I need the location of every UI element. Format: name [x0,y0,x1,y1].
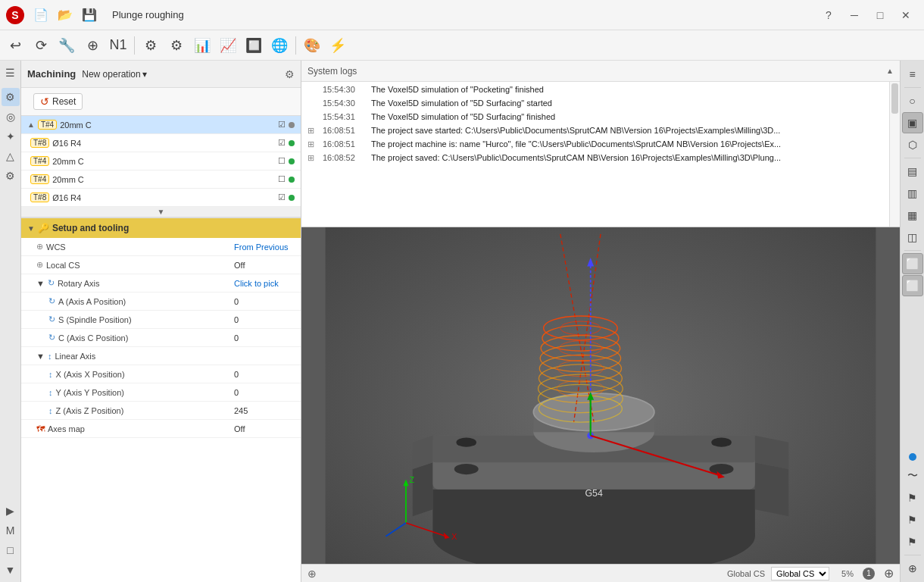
sidebar-bottom-1[interactable]: ▶ [2,502,20,520]
table-row[interactable]: T#4 20mm C ☐ [21,171,301,189]
sidebar-item-3[interactable]: ✦ [2,127,20,146]
right-icon-flag1[interactable]: ⚑ [902,487,923,508]
axes-map-value[interactable]: Off [234,424,295,433]
toolbar-tool5[interactable]: N1 [106,33,130,58]
nav-icon[interactable]: ⊕ [884,566,894,580]
right-icon-wireframe[interactable]: ⬡ [902,134,923,155]
axis-z-icon: ↕ [48,406,53,415]
log-text: The Voxel5D simulation of "Pocketing" fi… [371,85,883,94]
log-timestamp: 15:54:31 [323,112,365,121]
right-icon-flag3[interactable]: ⚑ [902,531,923,552]
toolbar-tool13[interactable]: ⚡ [326,33,350,58]
axes-map-row[interactable]: 🗺 Axes map Off [21,420,301,438]
logs-scrollbar[interactable] [889,82,900,227]
axis-a-value[interactable]: 0 [234,297,295,306]
list-item: ⊞ 16:08:52 The project saved: C:\Users\P… [301,152,889,165]
log-expand-icon[interactable]: ⊞ [307,126,317,136]
axis-c-row[interactable]: ↻ C (Axis C Position) 0 [21,329,301,347]
axis-a-row[interactable]: ↻ A (Axis A Position) 0 [21,293,301,311]
sidebar-bottom-2[interactable]: M [2,521,20,540]
reset-button[interactable]: ↺ Reset [33,93,83,110]
toolbar-tool7[interactable]: ⚙ [164,33,189,58]
right-icon-back[interactable]: ▥ [902,183,923,204]
minimize-button[interactable]: ─ [842,5,866,26]
tool-name: 20mm C [52,175,275,184]
save-file-button[interactable]: 💾 [79,5,100,26]
new-file-button[interactable]: 📄 [30,5,52,26]
setup-section-header[interactable]: ▼ 🔑 Setup and tooling [21,218,301,238]
wcs-value[interactable]: From Previous [234,242,295,252]
toolbar-undo[interactable]: ↩ [3,33,27,58]
sidebar-menu[interactable]: ☰ [2,64,20,82]
spindle-value[interactable]: 0 [234,315,295,324]
sidebar-bottom-3[interactable]: □ [2,541,20,559]
log-timestamp: 16:08:52 [323,153,365,162]
coord-system-select[interactable]: Global CS [771,567,829,580]
sidebar-item-2[interactable]: ◎ [2,108,20,126]
panel-title: Machining [27,68,76,80]
toolbar-tool11[interactable]: 🌐 [267,33,292,58]
right-icon-solid[interactable]: ▣ [902,112,923,133]
sidebar-machining[interactable]: ⚙ [2,88,20,106]
panel-settings-button[interactable]: ⚙ [285,68,295,80]
open-file-button[interactable]: 📂 [55,5,76,26]
new-operation-dropdown[interactable]: New operation ▾ [82,69,146,80]
toolbar-tool3[interactable]: 🔧 [55,33,79,58]
toolbar-tool10[interactable]: 🔲 [242,33,266,58]
main-layout: ☰ ⚙ ◎ ✦ △ ⚙ ▶ M □ ▼ Machining New operat… [0,61,924,582]
toolbar-tool4[interactable]: ⊕ [80,33,105,58]
right-area: System logs ▲ 15:54:30 The Voxel5D simul… [301,61,900,582]
logs-scroll-up[interactable]: ▲ [886,67,894,75]
toolbar-tool9[interactable]: 📈 [216,33,240,58]
toolbar-redo[interactable]: ⟳ [29,33,53,58]
axis-x-row[interactable]: ↕ X (Axis X Position) 0 [21,365,301,383]
tool-list-scroll-down[interactable]: ▼ [21,207,301,217]
rotary-axis-value[interactable]: Click to pick [234,279,295,288]
toolbar-tool12[interactable]: 🎨 [300,33,324,58]
sidebar-item-4[interactable]: △ [2,147,20,165]
new-operation-label: New operation [82,69,140,80]
right-icon-flag2[interactable]: ⚑ [902,509,923,530]
maximize-button[interactable]: □ [868,5,892,26]
log-expand-icon[interactable]: ⊞ [307,139,317,149]
toolbar-tool8[interactable]: 📊 [190,33,214,58]
axis-y-value[interactable]: 0 [234,388,295,397]
spindle-row[interactable]: ↻ S (Spindle Position) 0 [21,311,301,329]
linear-axis-row[interactable]: ▼ ↕ Linear Axis [21,347,301,365]
wcs-row[interactable]: ⊕ WCS From Previous [21,238,301,256]
table-row[interactable]: T#4 20mm C ☐ [21,152,301,171]
sidebar-bottom-4[interactable]: ▼ [2,561,20,579]
tool-checkbox[interactable]: ☑ [278,120,286,130]
sidebar-item-5[interactable]: ⚙ [2,167,20,185]
axis-c-value[interactable]: 0 [234,333,295,343]
right-icon-side[interactable]: ▦ [902,205,923,226]
localcs-value[interactable]: Off [234,261,295,270]
table-row[interactable]: ▲ T#4 20mm C ☑ [21,116,301,134]
axis-y-row[interactable]: ↕ Y (Axis Y Position) 0 [21,383,301,402]
tool-checkbox[interactable]: ☐ [278,156,286,166]
table-row[interactable]: T#8 Ø16 R4 ☑ [21,189,301,207]
log-expand-icon[interactable]: ⊞ [307,153,317,163]
close-button[interactable]: ✕ [894,5,918,26]
right-icon-iso[interactable]: ◫ [902,227,923,248]
viewport[interactable]: G54 [301,227,900,582]
rotary-axis-row[interactable]: ▼ ↻ Rotary Axis Click to pick [21,274,301,293]
expand-icon[interactable]: ▲ [27,120,35,129]
toolbar-tool6[interactable]: ⚙ [139,33,163,58]
table-row[interactable]: T#8 Ø16 R4 ☑ [21,134,301,152]
tool-checkbox[interactable]: ☑ [278,192,286,202]
tool-checkbox[interactable]: ☑ [278,138,286,148]
right-icon-active1[interactable]: ⬜ [902,253,923,274]
right-icon-front[interactable]: ▤ [902,161,923,182]
axis-z-value[interactable]: 245 [234,406,295,415]
help-button[interactable]: ? [816,5,841,26]
tool-checkbox[interactable]: ☐ [278,174,286,184]
right-icon-active2[interactable]: ⬜ [902,275,923,296]
axis-x-value[interactable]: 0 [234,370,295,379]
right-icon-sphere[interactable]: ○ [902,90,923,111]
right-icon-compass[interactable]: ⊕ [902,558,923,579]
localcs-row[interactable]: ⊕ Local CS Off [21,256,301,274]
right-icon-panel-toggle[interactable]: ≡ [902,64,923,85]
right-icon-wave[interactable]: 〜 [902,465,923,487]
axis-z-row[interactable]: ↕ Z (Axis Z Position) 245 [21,402,301,420]
